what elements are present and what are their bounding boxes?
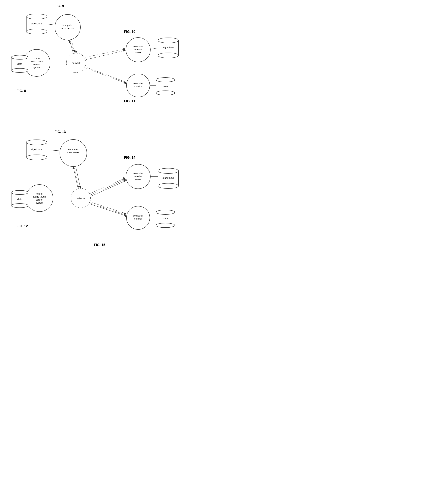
svg-text:data: data: [17, 198, 22, 200]
fig9-area-server-circle: computer area server: [55, 15, 80, 40]
svg-line-96: [90, 178, 126, 193]
svg-text:master: master: [134, 175, 142, 178]
top-diagrams: FIG. 9 FIG. 10 FIG. 8 FIG. 11 algorithms…: [0, 0, 214, 126]
svg-line-59: [47, 150, 60, 151]
svg-line-18: [47, 24, 55, 25]
svg-text:master: master: [134, 48, 142, 51]
fig14-title: FIG. 14: [124, 156, 135, 159]
svg-text:stand: stand: [37, 192, 42, 195]
svg-marker-45: [73, 50, 75, 52]
svg-line-77: [73, 167, 78, 188]
svg-point-37: [156, 91, 175, 95]
svg-line-42: [86, 50, 126, 60]
fig13-network-circle: network: [71, 188, 91, 208]
fig11-data-cylinder: data: [156, 78, 175, 95]
svg-line-104: [90, 203, 127, 215]
fig10-title: FIG. 10: [124, 30, 135, 34]
svg-text:computer: computer: [133, 214, 143, 217]
svg-text:screen: screen: [33, 63, 40, 66]
fig10-algorithms-cylinder: algorithms: [158, 38, 179, 58]
svg-text:computer: computer: [133, 45, 143, 48]
svg-point-54: [26, 155, 47, 160]
svg-text:network: network: [72, 62, 80, 64]
svg-line-106: [91, 204, 127, 216]
svg-point-66: [11, 190, 28, 194]
svg-point-36: [156, 78, 175, 82]
fig13-title: FIG. 13: [54, 130, 66, 134]
svg-line-98: [91, 179, 126, 195]
svg-text:data: data: [17, 63, 22, 65]
svg-point-1: [26, 14, 47, 19]
svg-line-48: [84, 67, 126, 82]
svg-point-28: [158, 38, 179, 43]
fig9-algorithms-cylinder: algorithms: [26, 14, 47, 34]
svg-point-60: [26, 185, 53, 212]
svg-text:data: data: [163, 217, 168, 220]
svg-line-31: [150, 48, 158, 49]
fig12-data-cylinder: data: [11, 190, 28, 208]
svg-text:algorithms: algorithms: [31, 22, 42, 25]
svg-text:computer: computer: [133, 82, 143, 85]
svg-line-50: [85, 68, 127, 83]
svg-line-40: [85, 49, 126, 57]
svg-text:network: network: [76, 197, 85, 200]
svg-text:computer: computer: [63, 24, 73, 26]
svg-point-84: [158, 168, 179, 173]
fig13-area-server-circle: computer area server: [60, 140, 87, 167]
svg-text:algorithms: algorithms: [163, 46, 174, 49]
svg-point-29: [158, 53, 179, 58]
fig8-title: FIG. 8: [16, 89, 26, 93]
fig14-master-server-circle: computer master server: [126, 164, 150, 189]
fig12-title: FIG. 12: [16, 224, 28, 228]
svg-text:alone touch: alone touch: [33, 195, 46, 198]
svg-point-2: [26, 29, 47, 34]
fig13-algorithms-cylinder: algorithms: [26, 140, 47, 160]
fig11-monitor-circle: computer monitor: [127, 74, 150, 97]
svg-point-93: [156, 223, 175, 228]
svg-text:screen: screen: [36, 198, 43, 201]
svg-text:monitor: monitor: [134, 217, 142, 220]
svg-point-85: [158, 183, 179, 189]
svg-text:computer: computer: [133, 172, 143, 175]
fig10-master-server-circle: computer master server: [126, 37, 150, 62]
svg-line-100: [91, 181, 126, 196]
svg-text:algorithms: algorithms: [31, 148, 42, 151]
svg-text:computer: computer: [68, 148, 79, 151]
fig15-monitor-circle: computer monitor: [127, 206, 150, 230]
svg-point-92: [156, 210, 175, 215]
svg-text:system: system: [36, 201, 43, 204]
fig12-standalone-circle: stand alone touch screen system: [26, 185, 53, 212]
fig11-title: FIG. 11: [124, 99, 135, 103]
svg-text:system: system: [33, 66, 40, 69]
svg-text:stand: stand: [34, 57, 40, 60]
fig9-network-circle: network: [66, 53, 86, 73]
fig14-algorithms-cylinder: algorithms: [158, 168, 179, 189]
svg-marker-76: [79, 186, 82, 188]
fig15-title: FIG. 15: [94, 243, 105, 247]
page: FIG. 9 FIG. 10 FIG. 8 FIG. 11 algorithms…: [0, 0, 214, 252]
svg-text:area server: area server: [67, 151, 79, 154]
fig15-data-cylinder: data: [156, 210, 175, 228]
svg-line-102: [90, 202, 126, 214]
svg-point-13: [11, 55, 28, 59]
svg-point-67: [11, 204, 28, 208]
svg-text:server: server: [135, 178, 142, 181]
svg-text:monitor: monitor: [134, 85, 142, 88]
svg-point-53: [26, 140, 47, 145]
fig9-title: FIG. 9: [54, 4, 64, 8]
svg-marker-101: [123, 180, 126, 182]
svg-text:algorithms: algorithms: [163, 177, 174, 179]
svg-point-14: [11, 68, 28, 73]
svg-text:server: server: [135, 51, 142, 54]
svg-text:alone touch: alone touch: [30, 60, 43, 63]
svg-text:data: data: [163, 85, 168, 88]
svg-text:area server: area server: [61, 27, 74, 30]
bottom-diagrams: FIG. 13 FIG. 14 FIG. 12 FIG. 15 algorith…: [0, 126, 214, 252]
